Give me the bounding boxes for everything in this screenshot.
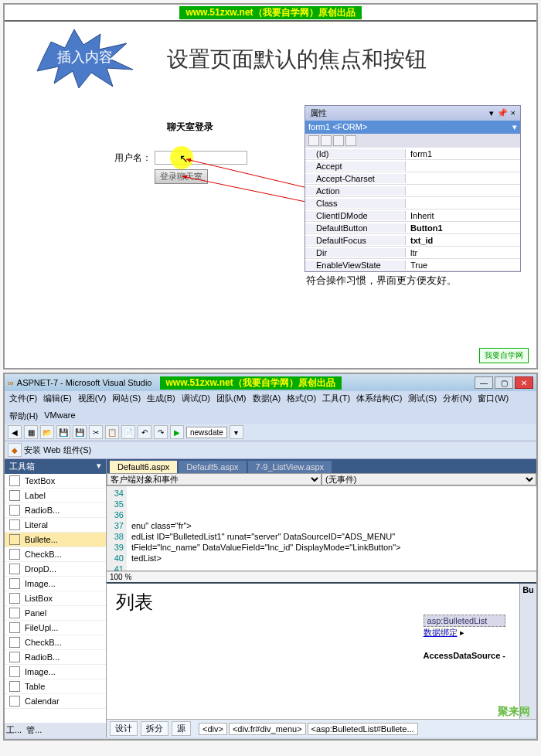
slide-title: 设置页面默认的焦点和按钮 <box>167 45 427 74</box>
save-all-icon[interactable]: 💾 <box>73 425 87 439</box>
menu-item[interactable]: 帮助(H) <box>9 410 38 422</box>
file-tab[interactable]: Default6.aspx <box>110 461 177 473</box>
toolbox-item[interactable]: Panel <box>5 606 106 621</box>
menu-item[interactable]: 工具(T) <box>322 393 350 404</box>
toolbox-item[interactable]: CheckB... <box>5 635 106 650</box>
design-view-tab[interactable]: 设计 <box>110 721 138 736</box>
object-dropdown[interactable]: 客户端对象和事件 <box>107 473 322 485</box>
toolbox-item[interactable]: CheckB... <box>5 547 106 562</box>
toolbox-item[interactable]: Table <box>5 679 106 694</box>
toolbox-item[interactable]: FileUpl... <box>5 621 106 635</box>
menu-item[interactable]: 分析(N) <box>443 393 471 404</box>
menu-item[interactable]: 调试(D) <box>182 393 210 404</box>
starburst-text: 插入内容 <box>57 48 113 66</box>
split-view-tab[interactable]: 拆分 <box>141 721 168 736</box>
collapse-icon[interactable]: ▾ <box>97 461 101 472</box>
redo-icon[interactable]: ↷ <box>154 425 168 439</box>
properties-selector[interactable]: form1 <FORM>▾ <box>305 121 520 134</box>
sort-alpha-icon[interactable] <box>321 135 332 146</box>
menu-item[interactable]: 文件(F) <box>9 393 37 404</box>
more-icon[interactable]: ▾ <box>230 425 243 439</box>
toolbox-item[interactable]: DropD... <box>5 562 106 577</box>
prop-icon[interactable] <box>333 135 344 146</box>
source-view-tab[interactable]: 源 <box>172 721 191 736</box>
copy-icon[interactable]: 📋 <box>105 425 119 439</box>
events-icon[interactable] <box>345 135 356 146</box>
property-row[interactable]: ClientIDModeInherit <box>305 209 520 222</box>
menu-item[interactable]: 生成(B) <box>147 393 175 404</box>
file-tab[interactable]: 7-9_ListView.aspx <box>248 461 332 473</box>
dropdown-icon[interactable]: ▾ <box>489 108 494 118</box>
toolbox-item[interactable]: RadioB... <box>5 503 106 518</box>
save-icon[interactable]: 💾 <box>56 425 70 439</box>
paste-icon[interactable]: 📄 <box>121 425 135 439</box>
breadcrumb-item[interactable]: <asp:BulletedList#Bullete... <box>308 723 418 735</box>
output-tab[interactable]: 输出 <box>32 739 49 741</box>
menu-item[interactable]: 数据(A) <box>253 393 281 404</box>
username-input[interactable] <box>155 151 247 165</box>
toolbox-item[interactable]: Image... <box>5 665 106 679</box>
username-label: 用户名： <box>113 152 151 165</box>
toolbox-tab-manage[interactable]: 管... <box>26 724 42 736</box>
code-editor[interactable]: 34 35 36 37 38 39 40 41 42 enu" class="f… <box>107 486 536 571</box>
toolbox-item[interactable]: Label <box>5 489 106 503</box>
breadcrumb-item[interactable]: <div> <box>199 723 227 735</box>
install-components-button[interactable]: 安装 Web 组件(S) <box>24 444 91 456</box>
databind-link[interactable]: 数据绑定 <box>424 628 458 637</box>
sort-category-icon[interactable] <box>308 135 319 146</box>
smarttag-icon[interactable]: ▸ <box>460 628 464 637</box>
close-button[interactable]: ✕ <box>515 376 533 389</box>
property-key: Accept <box>305 162 406 171</box>
toolbox-item[interactable]: ListBox <box>5 591 106 606</box>
breadcrumb-item[interactable]: <div.fr#div_menu> <box>229 723 306 735</box>
property-row[interactable]: DefaultButtonButton1 <box>305 222 520 234</box>
toolbox-item[interactable]: Calendar <box>5 694 106 709</box>
menu-item[interactable]: 窗口(W) <box>478 393 509 404</box>
component-icon[interactable]: ◆ <box>8 443 22 457</box>
menu-item[interactable]: 团队(M) <box>216 393 247 404</box>
login-button[interactable]: 登录聊天室 <box>155 169 208 184</box>
menu-item[interactable]: 编辑(E) <box>43 393 72 404</box>
property-row[interactable]: Class <box>305 197 520 209</box>
toolbox-item[interactable]: Image... <box>5 577 106 591</box>
file-tab[interactable]: Default5.aspx <box>179 461 246 473</box>
undo-icon[interactable]: ↶ <box>138 425 151 439</box>
cut-icon[interactable]: ✂ <box>89 425 103 439</box>
menu-item[interactable]: 测试(S) <box>408 393 437 404</box>
event-dropdown[interactable]: (无事件) <box>322 473 536 485</box>
toolbox-item[interactable]: TextBox <box>5 474 106 489</box>
property-row[interactable]: EnableViewStateTrue <box>305 259 520 271</box>
toolbox-item[interactable]: Bullete... <box>5 533 106 547</box>
close-icon[interactable]: × <box>511 108 515 118</box>
control-tag[interactable]: asp:BulletedList <box>424 615 505 627</box>
new-icon[interactable]: ▦ <box>24 425 38 439</box>
designer-surface[interactable]: 列表 asp:BulletedList 数据绑定 ▸ AccessDataSou… <box>107 582 536 719</box>
property-row[interactable]: Action <box>305 185 520 197</box>
property-row[interactable]: Dirltr <box>305 247 520 259</box>
right-rail-label[interactable]: Bu <box>520 584 536 596</box>
menu-item[interactable]: 格式(O) <box>287 393 316 404</box>
toolbox-item-icon <box>9 534 20 545</box>
back-icon[interactable]: ◀ <box>8 425 22 439</box>
run-icon[interactable]: ▶ <box>170 425 184 439</box>
toolbox-tab-tools[interactable]: 工... <box>6 724 22 736</box>
menu-item[interactable]: 视图(V) <box>78 393 107 404</box>
menu-item[interactable]: 体系结构(C) <box>356 393 402 404</box>
property-row[interactable]: (Id)form1 <box>305 148 520 160</box>
line-gutter: 34 35 36 37 38 39 40 41 42 <box>107 486 127 570</box>
config-select[interactable]: newsdate <box>186 427 227 438</box>
property-key: EnableViewState <box>305 261 406 270</box>
property-row[interactable]: Accept-Charset <box>305 172 520 185</box>
zoom-level[interactable]: 100 % <box>107 571 536 582</box>
menu-item[interactable]: 网站(S) <box>112 393 141 404</box>
property-row[interactable]: DefaultFocustxt_id <box>305 234 520 247</box>
pin-icon[interactable]: 📌 <box>497 108 508 118</box>
minimize-button[interactable]: — <box>475 376 493 389</box>
maximize-button[interactable]: ▢ <box>495 376 513 389</box>
toolbox-item[interactable]: RadioB... <box>5 650 106 665</box>
error-tab[interactable]: 错... <box>9 739 25 741</box>
menu-item[interactable]: VMware <box>44 410 75 422</box>
property-row[interactable]: Accept <box>305 160 520 172</box>
open-icon[interactable]: 📂 <box>40 425 54 439</box>
toolbox-item[interactable]: Literal <box>5 518 106 533</box>
